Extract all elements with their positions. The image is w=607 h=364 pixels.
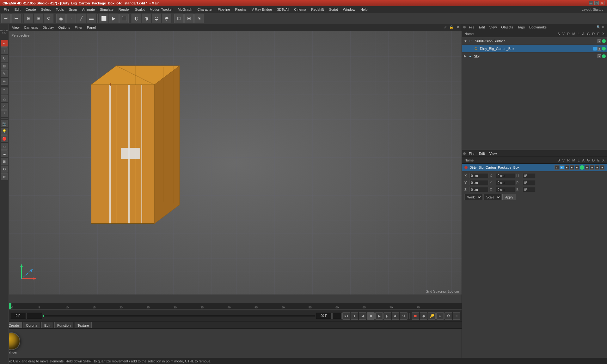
viewport-solo-button[interactable]: ◐: [132, 14, 141, 23]
menu-create[interactable]: Create: [23, 6, 39, 13]
playback-settings-button[interactable]: ⚙: [445, 312, 452, 320]
sidebar-scale-tool[interactable]: ⊞: [1, 63, 8, 70]
auto-key-button[interactable]: 🔑: [428, 312, 436, 320]
om-menu-tags[interactable]: Tags: [516, 24, 527, 30]
viewport-canvas[interactable]: Perspective: [9, 31, 462, 294]
carton-visible-dot[interactable]: [602, 47, 606, 51]
viewport-menu-display[interactable]: Display: [40, 24, 56, 31]
menu-animate[interactable]: Animate: [80, 6, 97, 13]
close-button[interactable]: ✕: [600, 1, 604, 5]
maximize-button[interactable]: □: [594, 1, 599, 5]
menu-mograph[interactable]: MoGraph: [175, 6, 195, 13]
timeline-view-button[interactable]: ≡: [453, 312, 460, 320]
object-item-sky[interactable]: ▶ ☁ Sky ■: [462, 52, 607, 60]
main-viewport[interactable]: View Cameras Display Options Filter Pane…: [9, 24, 462, 294]
menu-pipeline[interactable]: Pipeline: [215, 6, 232, 13]
sidebar-field-tool[interactable]: ⊛: [1, 173, 8, 180]
frame-counter-input[interactable]: [332, 313, 342, 319]
attr-ctrl-7[interactable]: ■: [590, 165, 594, 170]
menu-sculpt[interactable]: Sculpt: [132, 6, 147, 13]
axis-button[interactable]: ⊟: [184, 14, 194, 23]
selected-object-row[interactable]: Dirty_Big_Carton_Package_Box S ■ ■ ■ ■ ■…: [462, 164, 607, 171]
om-menu-file[interactable]: File: [467, 24, 476, 30]
x-rotation-input[interactable]: [496, 173, 515, 178]
attr-ctrl-3[interactable]: ■: [565, 165, 569, 170]
motion-path-button[interactable]: ⊛: [436, 312, 444, 320]
om-menu-edit[interactable]: Edit: [477, 24, 487, 30]
sidebar-config-tool[interactable]: ⚙: [1, 166, 8, 173]
end-frame-input[interactable]: [316, 313, 332, 319]
sidebar-sky-tool[interactable]: ☁: [1, 150, 8, 157]
play-forward-button[interactable]: ▶: [375, 312, 383, 320]
edge-mode-button[interactable]: ╱: [77, 14, 86, 23]
viewport-menu-cameras[interactable]: Cameras: [22, 24, 40, 31]
attr-menu-edit[interactable]: Edit: [477, 150, 487, 157]
viewport-menu-view[interactable]: View: [10, 24, 21, 31]
menu-motion-tracker[interactable]: Motion Tracker: [147, 6, 175, 13]
sidebar-camera-tool[interactable]: 📷: [1, 120, 8, 127]
sidebar-move-tool[interactable]: ↔: [1, 40, 8, 47]
viewport-close-button[interactable]: ✕: [455, 25, 460, 30]
render-button[interactable]: ⬛: [119, 14, 129, 23]
sidebar-rotate-tool[interactable]: ↻: [1, 55, 8, 62]
menu-3dto[interactable]: 3DToAll: [274, 6, 291, 13]
sidebar-floor-tool[interactable]: ▭: [1, 143, 8, 150]
tab-corona[interactable]: Corona: [23, 322, 40, 328]
subdiv-flag-1[interactable]: ■: [598, 39, 601, 43]
attr-menu-view[interactable]: View: [487, 150, 499, 157]
y-position-input[interactable]: [469, 180, 488, 185]
y-rotation-input[interactable]: [496, 180, 515, 185]
attr-visible-dot[interactable]: [580, 165, 584, 170]
om-menu-objects[interactable]: Objects: [499, 24, 515, 30]
menu-select[interactable]: Select: [39, 6, 53, 13]
attr-ctrl-8[interactable]: ■: [595, 165, 599, 170]
snap-button[interactable]: ⊡: [174, 14, 184, 23]
menu-vray[interactable]: V-Ray Bridge: [249, 6, 275, 13]
subdiv-visible-dot[interactable]: [602, 39, 606, 43]
x-position-input[interactable]: [469, 173, 488, 178]
sky-visible-dot[interactable]: [602, 54, 606, 58]
menu-help[interactable]: Help: [358, 6, 370, 13]
viewport-shade-button[interactable]: ◑: [142, 14, 151, 23]
p-input[interactable]: [523, 180, 535, 185]
attr-ctrl-4[interactable]: ■: [570, 165, 574, 170]
current-frame-input[interactable]: [10, 313, 26, 319]
menu-tools[interactable]: Tools: [53, 6, 66, 13]
tab-function[interactable]: Function: [54, 322, 73, 328]
menu-snap[interactable]: Snap: [66, 6, 80, 13]
loop-button[interactable]: ↺: [400, 312, 408, 320]
sidebar-spline-tool[interactable]: ⌒: [1, 88, 8, 94]
om-menu-view[interactable]: View: [487, 24, 499, 30]
sidebar-paint-tool[interactable]: ✎: [1, 70, 8, 77]
tab-edit[interactable]: Edit: [41, 322, 53, 328]
object-item-cartonbox[interactable]: ▼ ⬡ Dirty_Big_Carton_Box ■: [462, 45, 607, 52]
menu-file[interactable]: File: [1, 6, 12, 13]
go-start-button[interactable]: ⏮: [342, 312, 350, 320]
attr-menu-file[interactable]: File: [467, 150, 476, 157]
sidebar-nurbs-tool[interactable]: ○: [1, 103, 8, 110]
frame-slider-input[interactable]: [27, 313, 42, 319]
render-view-button[interactable]: ▶: [109, 14, 119, 23]
menu-plugins[interactable]: Plugins: [233, 6, 249, 13]
attr-ctrl-5[interactable]: ■: [575, 165, 579, 170]
om-menu-bookmarks[interactable]: Bookmarks: [527, 24, 549, 30]
viewport-menu-options[interactable]: Options: [56, 24, 72, 31]
sidebar-grid-tool[interactable]: ⊞: [1, 158, 8, 165]
record-button[interactable]: ⏺: [412, 312, 419, 320]
move-tool[interactable]: ⊕: [24, 14, 33, 23]
sidebar-material-tool[interactable]: 🔴: [1, 135, 8, 142]
menu-character[interactable]: Character: [195, 6, 215, 13]
go-end-button[interactable]: ⏭: [392, 312, 399, 320]
scale-tool[interactable]: ⊞: [34, 14, 43, 23]
z-position-input[interactable]: [469, 187, 488, 192]
menu-render[interactable]: Render: [116, 6, 132, 13]
sidebar-select-tool[interactable]: ⊹: [1, 47, 8, 54]
apply-button[interactable]: Apply: [502, 194, 516, 200]
h-input[interactable]: [523, 173, 535, 178]
sidebar-poly-tool[interactable]: △: [1, 95, 8, 102]
menu-simulate[interactable]: Simulate: [97, 6, 116, 13]
minimize-button[interactable]: —: [589, 1, 593, 5]
undo-button[interactable]: ↩: [1, 14, 11, 23]
timeline-slider[interactable]: [43, 315, 315, 317]
redo-button[interactable]: ↪: [11, 14, 21, 23]
